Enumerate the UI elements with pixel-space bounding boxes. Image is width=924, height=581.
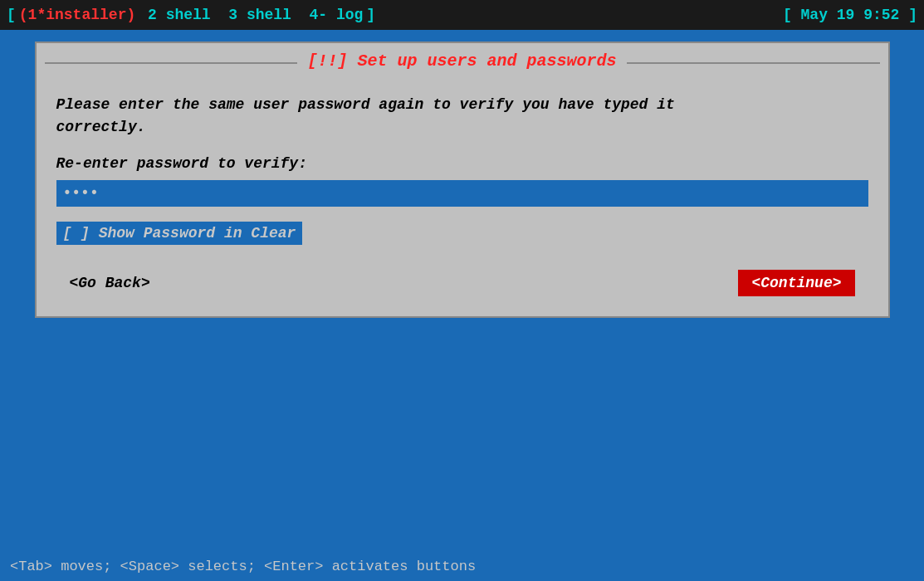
show-password-toggle[interactable]: [ ] Show Password in Clear (56, 222, 303, 245)
tab-shell3[interactable]: 3 shell (228, 7, 291, 23)
dialog-description: Please enter the same user password agai… (56, 94, 868, 139)
top-bar-tabs: [ (1*installer) 2 shell 3 shell 4- log ] (7, 7, 783, 23)
bracket-dt-open: [ (783, 7, 792, 23)
datetime-display: May 19 9:52 (801, 7, 900, 23)
dialog-wrapper: [!!] Set up users and passwords Please e… (33, 42, 891, 540)
dialog-body: Please enter the same user password agai… (37, 81, 888, 316)
dialog-title-bar: [!!] Set up users and passwords (37, 43, 888, 81)
bottom-bar: <Tab> moves; <Space> selects; <Enter> ac… (0, 551, 924, 581)
tab-shells: 2 shell 3 shell 4- log (139, 7, 363, 23)
go-back-button[interactable]: <Go Back> (70, 275, 150, 291)
tab-log[interactable]: 4- log (310, 7, 364, 23)
tab-shell2[interactable]: 2 shell (148, 7, 211, 23)
description-line1: Please enter the same user password agai… (56, 94, 868, 116)
bottom-hint: <Tab> moves; <Space> selects; <Enter> ac… (10, 559, 476, 574)
buttons-row: <Go Back> <Continue> (56, 270, 868, 296)
dialog-title: [!!] Set up users and passwords (297, 51, 626, 71)
top-bar: [ (1*installer) 2 shell 3 shell 4- log ]… (0, 0, 924, 30)
description-line2: correctly. (56, 116, 868, 139)
dialog: [!!] Set up users and passwords Please e… (35, 42, 890, 318)
continue-button[interactable]: <Continue> (738, 270, 854, 296)
top-bar-datetime: [ May 19 9:52 ] (783, 7, 917, 23)
password-input[interactable] (56, 180, 868, 207)
bracket-open: [ (7, 7, 16, 23)
bracket-close: ] (366, 7, 375, 23)
password-label: Re-enter password to verify: (56, 155, 868, 172)
bracket-dt-close: ] (908, 7, 917, 23)
tab-installer[interactable]: (1*installer) (19, 7, 135, 23)
show-password-label: [ ] Show Password in Clear (63, 225, 296, 242)
